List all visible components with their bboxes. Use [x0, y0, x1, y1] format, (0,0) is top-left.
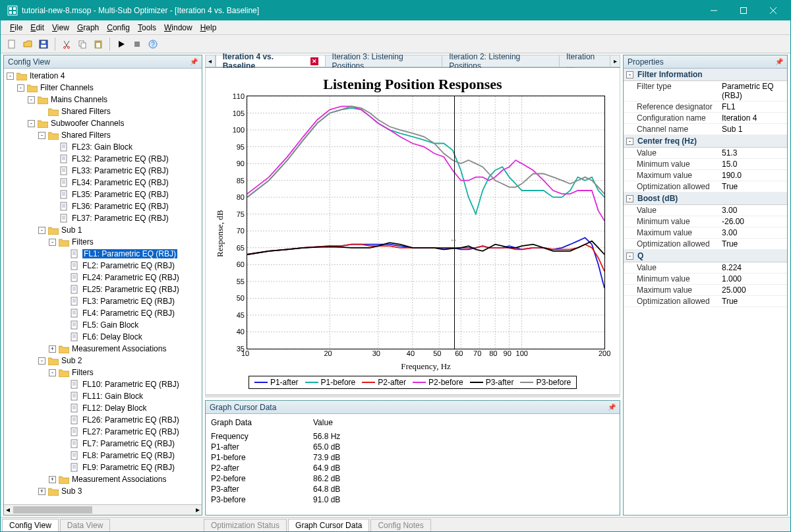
tree-item[interactable]: FL36: Parametric EQ (RBJ) — [4, 200, 202, 212]
tab-config-view[interactable]: Config View — [2, 519, 59, 531]
property-row[interactable]: Value8.224 — [624, 262, 787, 274]
tree-item[interactable]: FL4: Parametric EQ (RBJ) — [4, 307, 202, 319]
tab-graph-cursor-data[interactable]: Graph Cursor Data — [288, 519, 369, 531]
tree-item[interactable]: -Sub 1 — [4, 224, 202, 236]
property-value[interactable]: 1.000 — [722, 274, 784, 283]
tree-item[interactable]: -Filters — [4, 236, 202, 248]
maximize-button[interactable] — [728, 1, 758, 20]
tree-item[interactable]: FL2: Parametric EQ (RBJ) — [4, 260, 202, 272]
help-button[interactable]: ? — [146, 37, 160, 51]
property-row[interactable]: Maximum value25.000 — [624, 285, 787, 296]
tree-item[interactable]: FL34: Parametric EQ (RBJ) — [4, 177, 202, 189]
tree-item[interactable]: FL33: Parametric EQ (RBJ) — [4, 165, 202, 177]
menu-view[interactable]: View — [48, 22, 73, 34]
collapse-icon[interactable]: - — [626, 252, 633, 260]
copy-button[interactable] — [75, 37, 90, 51]
tree-item[interactable]: -Sub 2 — [4, 355, 202, 367]
close-button[interactable] — [758, 1, 788, 20]
tree-item[interactable]: FL8: Parametric EQ (RBJ) — [4, 450, 202, 461]
collapse-icon[interactable]: - — [28, 96, 35, 103]
tree-item[interactable]: FL9: Parametric EQ (RBJ) — [4, 461, 202, 473]
property-row[interactable]: Optimization allowedTrue — [624, 296, 787, 307]
collapse-icon[interactable]: - — [49, 239, 56, 246]
property-value[interactable]: 8.224 — [722, 263, 784, 272]
property-row[interactable]: Optimization allowedTrue — [624, 239, 787, 250]
collapse-icon[interactable]: - — [38, 227, 45, 234]
new-file-button[interactable] — [5, 37, 19, 51]
collapse-icon[interactable]: - — [38, 357, 45, 365]
tree-item[interactable]: FL5: Gain Block — [4, 319, 202, 331]
horizontal-splitter[interactable] — [205, 395, 620, 398]
property-value[interactable]: 3.00 — [722, 228, 784, 237]
property-group-header[interactable]: -Center freq (Hz) — [624, 135, 787, 148]
property-row[interactable]: Minimum value-26.00 — [624, 216, 787, 227]
collapse-icon[interactable]: - — [626, 71, 633, 78]
chart-plot[interactable]: 35404550556065707580859095100105110 ↔ — [247, 96, 605, 349]
tree-item[interactable]: -Filter Channels — [4, 82, 202, 94]
menu-config[interactable]: Config — [103, 22, 134, 34]
tree-item[interactable]: FL3: Parametric EQ (RBJ) — [4, 295, 202, 307]
property-row[interactable]: Maximum value190.0 — [624, 170, 787, 181]
property-row[interactable]: Maximum value3.00 — [624, 227, 787, 239]
property-row[interactable]: Channel nameSub 1 — [624, 124, 787, 135]
tree-item[interactable]: FL7: Parametric EQ (RBJ) — [4, 438, 202, 450]
open-file-button[interactable] — [20, 37, 35, 51]
property-group-header[interactable]: -Q — [624, 250, 787, 262]
tree-item[interactable]: FL26: Parametric EQ (RBJ) — [4, 414, 202, 426]
cut-button[interactable] — [59, 37, 74, 51]
tree-item[interactable]: +Measurement Associations — [4, 473, 202, 485]
pin-icon[interactable]: 📌 — [775, 58, 783, 66]
chart-cursor-line[interactable] — [454, 96, 455, 349]
tree-item[interactable]: FL12: Delay Block — [4, 402, 202, 414]
property-value[interactable]: True — [722, 239, 784, 249]
tab-data-view[interactable]: Data View — [60, 519, 110, 531]
tab-iteration-more[interactable]: Iteration … — [559, 55, 611, 67]
property-row[interactable]: Minimum value15.0 — [624, 159, 787, 170]
collapse-icon[interactable]: - — [49, 369, 56, 376]
property-row[interactable]: Reference designatorFL1 — [624, 102, 787, 113]
tree-item[interactable]: FL24: Parametric EQ (RBJ) — [4, 272, 202, 283]
property-row[interactable]: Optimization allowedTrue — [624, 181, 787, 192]
tree-item[interactable]: -Filters — [4, 367, 202, 378]
tree-item[interactable]: -Iteration 4 — [4, 70, 202, 82]
collapse-icon[interactable]: - — [17, 84, 24, 92]
tree-item[interactable]: +Sub 3 — [4, 485, 202, 497]
tab-iteration-4-vs-baseline[interactable]: Iteration 4 vs. Baseline ✕ — [216, 55, 326, 67]
pin-icon[interactable]: 📌 — [608, 403, 616, 411]
expand-icon[interactable]: + — [38, 488, 45, 495]
property-group-header[interactable]: -Filter Information — [624, 69, 787, 81]
play-button[interactable] — [114, 37, 129, 51]
tree-item[interactable]: FL23: Gain Block — [4, 141, 202, 153]
property-row[interactable]: Value51.3 — [624, 148, 787, 159]
tab-scroll-left[interactable]: ◂ — [205, 55, 216, 67]
paste-button[interactable] — [91, 37, 105, 51]
property-row[interactable]: Minimum value1.000 — [624, 274, 787, 285]
tab-optimization-status[interactable]: Optimization Status — [204, 519, 287, 531]
property-value[interactable]: True — [722, 297, 784, 306]
horizontal-scrollbar[interactable]: ◂▸ — [4, 504, 202, 515]
menu-file[interactable]: File — [6, 22, 26, 34]
pin-icon[interactable]: 📌 — [190, 58, 198, 66]
tree-item[interactable]: -Mains Channels — [4, 94, 202, 105]
expand-icon[interactable]: + — [49, 476, 56, 483]
property-row[interactable]: Filter typeParametric EQ (RBJ) — [624, 81, 787, 102]
tree-item[interactable]: FL25: Parametric EQ (RBJ) — [4, 283, 202, 295]
property-value[interactable]: 3.00 — [722, 206, 784, 215]
minimize-button[interactable] — [699, 1, 728, 20]
collapse-icon[interactable]: - — [626, 195, 633, 202]
tab-close-icon[interactable]: ✕ — [310, 57, 318, 65]
property-value[interactable]: 15.0 — [722, 160, 784, 169]
tab-scroll-right[interactable]: ▸ — [610, 55, 620, 67]
save-button[interactable] — [36, 37, 51, 51]
property-value[interactable]: Parametric EQ (RBJ) — [722, 82, 784, 100]
property-value[interactable]: Iteration 4 — [722, 113, 784, 123]
tree-item[interactable]: FL27: Parametric EQ (RBJ) — [4, 426, 202, 438]
property-value[interactable]: Sub 1 — [722, 125, 784, 134]
property-value[interactable]: 25.000 — [722, 285, 784, 295]
property-row[interactable]: Configuration nameIteration 4 — [624, 113, 787, 124]
chart-area[interactable]: Listening Position Responses Response, d… — [205, 68, 620, 395]
collapse-icon[interactable]: - — [626, 138, 633, 145]
collapse-icon[interactable]: - — [28, 120, 35, 127]
tree-item[interactable]: FL6: Delay Block — [4, 331, 202, 343]
tree-item[interactable]: Shared Filters — [4, 105, 202, 117]
